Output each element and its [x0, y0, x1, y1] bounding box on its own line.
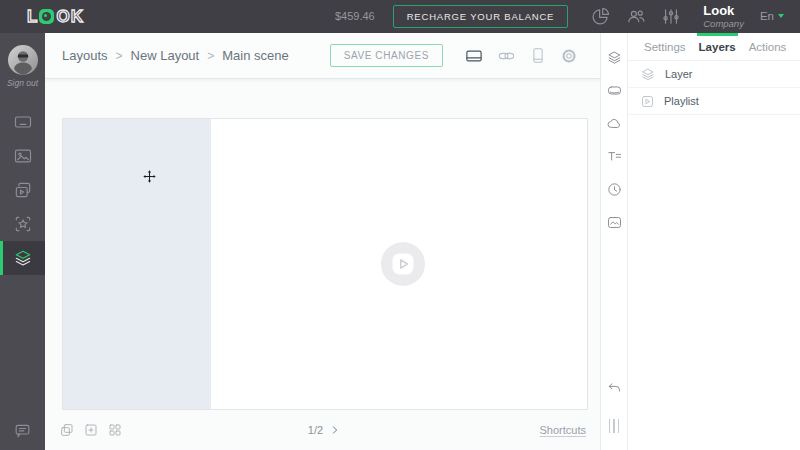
drag-handle-icon[interactable] [601, 419, 627, 433]
account-menu[interactable]: Look Company [703, 4, 744, 30]
chevron-right-icon[interactable] [328, 423, 342, 437]
right-panel: Settings Layers Actions Layer Playlist [627, 33, 800, 450]
breadcrumb-new-layout[interactable]: New Layout [131, 48, 200, 63]
duplicate-icon[interactable] [59, 422, 75, 438]
sidebar-item-media[interactable] [0, 139, 45, 173]
pie-chart-icon[interactable] [590, 6, 611, 27]
undo-icon [606, 381, 623, 396]
link-icon[interactable] [497, 47, 516, 65]
app-logo[interactable]: L O K [27, 8, 83, 25]
layers-icon [13, 248, 33, 268]
page-navigation: 1/2 [308, 423, 342, 437]
tool-cloud[interactable] [601, 107, 627, 140]
toolbar: Layouts > New Layout > Main scene SAVE C… [45, 33, 600, 79]
move-cursor-icon [143, 170, 156, 183]
playlist-item-label: Playlist [664, 95, 699, 107]
undo-button[interactable] [601, 381, 627, 396]
logo-eye-icon [39, 9, 54, 24]
chevron-down-icon [778, 14, 784, 18]
play-button[interactable] [381, 242, 425, 286]
recharge-balance-button[interactable]: RECHARGE YOUR BALANCE [393, 5, 569, 28]
editor-content: 1/2 Shortcuts [45, 79, 600, 450]
tool-clock[interactable] [601, 173, 627, 206]
tool-text[interactable] [601, 140, 627, 173]
playlists-icon [13, 180, 33, 200]
logo-letter-o: O [56, 8, 69, 25]
tab-layers[interactable]: Layers [699, 33, 736, 60]
playlist-list-item[interactable]: Playlist [628, 88, 800, 115]
image-icon [606, 214, 623, 231]
logo-letter-l: L [27, 8, 37, 25]
layers-icon [640, 66, 656, 82]
gear-icon[interactable] [560, 47, 578, 65]
breadcrumb-separator: > [116, 49, 123, 63]
avatar[interactable] [8, 45, 38, 75]
balance-amount: $459.46 [335, 10, 375, 22]
playlist-icon [640, 94, 655, 109]
sidebar-item-playlists[interactable] [0, 173, 45, 207]
sliders-icon[interactable] [661, 6, 681, 27]
account-name: Look [703, 4, 744, 19]
left-sidebar: Sign out [0, 33, 45, 450]
portrait-orientation-icon[interactable] [529, 46, 547, 65]
page-indicator: 1/2 [308, 424, 323, 436]
breadcrumb-separator: > [207, 49, 214, 63]
landscape-orientation-icon[interactable] [464, 47, 484, 65]
widgets-icon [13, 214, 33, 234]
tab-actions[interactable]: Actions [749, 33, 787, 60]
feedback-button[interactable] [0, 421, 45, 440]
main-area: Layouts > New Layout > Main scene SAVE C… [45, 33, 600, 450]
account-type: Company [703, 19, 744, 30]
feedback-icon [13, 421, 32, 440]
tool-layers[interactable] [601, 41, 627, 74]
language-label: En [760, 10, 774, 22]
layer-list-item[interactable]: Layer [628, 61, 800, 88]
sidebar-item-layouts[interactable] [0, 241, 45, 275]
screens-icon [13, 112, 33, 132]
canvas-footer: 1/2 Shortcuts [45, 410, 600, 450]
save-changes-button[interactable]: SAVE CHANGES [330, 44, 443, 67]
sign-out-link[interactable]: Sign out [0, 78, 45, 88]
sidebar-item-widgets[interactable] [0, 207, 45, 241]
tool-screen[interactable] [601, 74, 627, 107]
grid-icon[interactable] [107, 422, 123, 438]
users-icon[interactable] [625, 6, 647, 27]
breadcrumb-main-scene[interactable]: Main scene [222, 48, 288, 63]
cloud-icon [606, 115, 623, 132]
shortcuts-link[interactable]: Shortcuts [540, 424, 586, 436]
media-icon [13, 146, 33, 166]
layers-icon [606, 49, 623, 66]
clock-icon [606, 181, 623, 198]
add-icon[interactable] [83, 422, 99, 438]
text-icon [606, 148, 623, 165]
screen-box-icon [606, 82, 623, 99]
layer-region[interactable] [63, 119, 211, 409]
logo-letter-k: K [71, 8, 83, 25]
sidebar-item-screens[interactable] [0, 105, 45, 139]
panel-tabs: Settings Layers Actions [628, 33, 800, 61]
breadcrumb-layouts[interactable]: Layouts [62, 48, 108, 63]
layer-item-label: Layer [665, 68, 693, 80]
language-selector[interactable]: En [760, 10, 784, 22]
tools-column [600, 33, 627, 450]
tab-settings[interactable]: Settings [644, 33, 686, 60]
scene-canvas[interactable] [62, 118, 588, 410]
tool-image[interactable] [601, 206, 627, 239]
top-bar: L O K $459.46 RECHARGE YOUR BALANCE Look… [0, 0, 800, 33]
breadcrumb: Layouts > New Layout > Main scene [62, 48, 289, 63]
